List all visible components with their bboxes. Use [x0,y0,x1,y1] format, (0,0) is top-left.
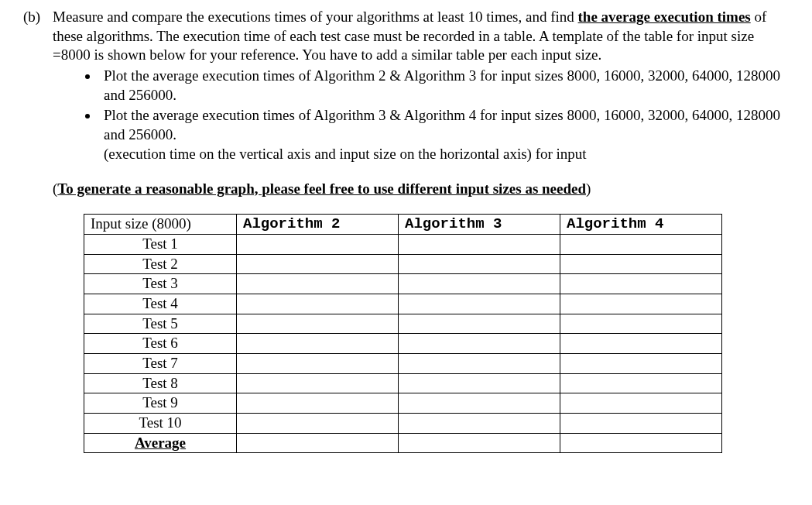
question-label: (b) [23,8,53,453]
cell-alg3 [399,314,560,334]
cell-alg4 [560,354,722,374]
cell-alg2 [237,373,399,393]
note-underlined: To generate a reasonable graph, please f… [57,180,586,197]
table-row: Test 10 [84,414,722,434]
table-row: Test 8 [84,373,722,393]
cell-alg3 [399,254,560,274]
cell-alg4 [560,294,722,314]
cell-alg4-avg [560,433,722,453]
row-label: Test 6 [84,334,237,354]
cell-alg2 [237,314,399,334]
cell-alg2 [237,234,399,254]
table-row: Test 4 [84,294,722,314]
table-row: Test 2 [84,254,722,274]
cell-alg2 [237,354,399,374]
table-header-alg2: Algorithm 2 [237,215,399,235]
question-body: Measure and compare the executions times… [53,8,789,453]
row-label: Test 2 [84,254,237,274]
table-header-alg4: Algorithm 4 [560,215,722,235]
bullet-list: Plot the average execution times of Algo… [53,67,789,163]
table-row: Test 7 [84,354,722,374]
table-average-row: Average [84,433,722,453]
table-header-row: Input size (8000) Algorithm 2 Algorithm … [84,215,722,235]
table-row: Test 3 [84,274,722,294]
row-label: Test 7 [84,354,237,374]
cell-alg3-avg [399,433,560,453]
note-line: (To generate a reasonable graph, please … [53,180,789,199]
cell-alg3 [399,373,560,393]
note-close: ) [586,180,591,197]
table-row: Test 5 [84,314,722,334]
cell-alg2 [237,334,399,354]
cell-alg2 [237,414,399,434]
row-label: Test 5 [84,314,237,334]
row-label: Test 10 [84,414,237,434]
row-label: Test 3 [84,274,237,294]
intro-underlined: the average execution times [578,9,751,25]
cell-alg4 [560,234,722,254]
cell-alg3 [399,334,560,354]
cell-alg4 [560,254,722,274]
cell-alg2 [237,254,399,274]
bullet-item: Plot the average execution times of Algo… [99,67,789,105]
cell-alg3 [399,354,560,374]
row-label: Test 1 [84,234,237,254]
table-row: Test 6 [84,334,722,354]
question-block: (b) Measure and compare the executions t… [23,8,789,453]
average-label: Average [84,433,237,453]
row-label: Test 4 [84,294,237,314]
cell-alg4 [560,393,722,414]
cell-alg4 [560,334,722,354]
cell-alg3 [399,294,560,314]
cell-alg4 [560,414,722,434]
cell-alg4 [560,274,722,294]
cell-alg2 [237,294,399,314]
execution-time-table: Input size (8000) Algorithm 2 Algorithm … [84,214,722,453]
table-row: Test 1 [84,234,722,254]
table-header-inputsize: Input size (8000) [84,215,237,235]
cell-alg3 [399,234,560,254]
cell-alg4 [560,373,722,393]
cell-alg2-avg [237,433,399,453]
cell-alg3 [399,393,560,414]
cell-alg3 [399,274,560,294]
cell-alg4 [560,314,722,334]
cell-alg2 [237,393,399,414]
row-label: Test 9 [84,393,237,414]
intro-text-1: Measure and compare the executions times… [53,9,578,25]
cell-alg3 [399,414,560,434]
table-row: Test 9 [84,393,722,414]
row-label: Test 8 [84,373,237,393]
cell-alg2 [237,274,399,294]
table-header-alg3: Algorithm 3 [399,215,560,235]
bullet-item: Plot the average execution times of Algo… [99,106,789,163]
